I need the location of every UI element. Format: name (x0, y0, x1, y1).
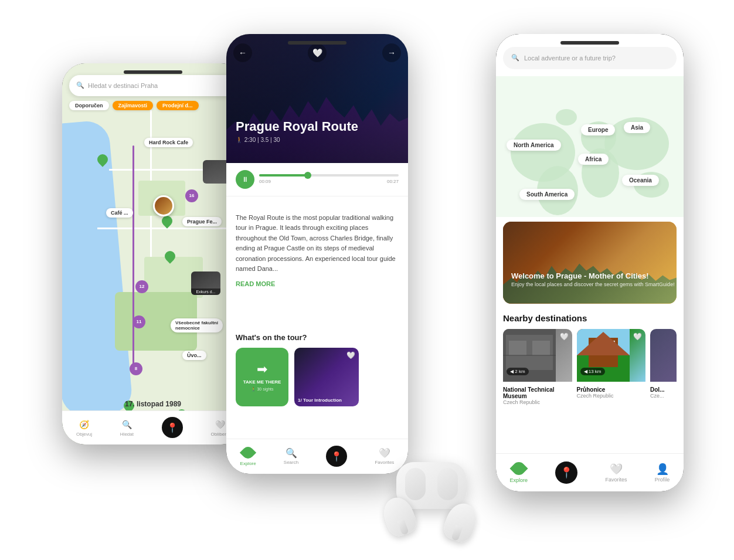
nearby-card-country-2: Czech Republic (577, 393, 646, 399)
chip-doporucen[interactable]: Doporučen (69, 101, 109, 110)
read-more-link[interactable]: READ MORE (236, 279, 399, 290)
tour-title: Prague Royal Route (236, 119, 399, 134)
exkurs-label: Exkurs d... (191, 289, 220, 295)
audio-player: ⏸ 00:09 00:27 (226, 163, 408, 196)
nav-map-center[interactable]: 📍 (162, 417, 183, 438)
nearby-card-info-2: Průhonice Czech Republic (577, 382, 646, 401)
nearby-card-1[interactable]: 🤍 ◀ 2 km National Technical Museum Czech… (503, 329, 572, 408)
nearby-card-country-1: Czech Republic (503, 399, 572, 405)
share-button[interactable]: → (382, 43, 401, 62)
pin-16[interactable]: 16 (185, 189, 198, 202)
right-nav-explore-label: Explore (510, 477, 528, 483)
nearby-card-3[interactable]: Dol... Cze... (650, 329, 677, 408)
label-nemocnice: Všeobecné fakultnínemocnice (171, 318, 223, 332)
map-pin-icon-right: 📍 (555, 461, 577, 484)
progress-bar-container[interactable]: 00:09 00:27 (259, 174, 399, 184)
welcome-text: Welcome to Prague - Mother of Cities! En… (511, 271, 675, 287)
scene: 16 12 11 8 Exkurs d... (45, 16, 689, 544)
airpod-left-stem (397, 519, 409, 535)
chip-prodejni[interactable]: Prodejní d... (157, 101, 199, 110)
heart-icon-nav: 🤍 (215, 419, 226, 430)
whats-on-title: What's on the tour? (236, 333, 408, 342)
airpods-left-slot (405, 468, 426, 500)
nearby-card-heart-2[interactable]: 🤍 (633, 332, 642, 341)
back-button[interactable]: ← (233, 43, 252, 62)
phone-right: 🔍 Local adventure or a future trip? (496, 34, 684, 491)
mid-nav-explore[interactable]: Explore (240, 447, 256, 466)
tour-hero: ← 🤍 → Prague Royal Route 🚶 2:30 | 3.5 | … (226, 34, 408, 163)
pin-11[interactable]: 11 (132, 315, 145, 328)
pin-8[interactable]: 8 (130, 362, 142, 375)
stop-heart-icon[interactable]: 🤍 (346, 351, 355, 359)
nearby-card-2[interactable]: 🤍 ◀ 13 km Průhonice Czech Republic (577, 329, 646, 408)
tour-title-area: Prague Royal Route 🚶 2:30 | 3.5 | 30 (236, 119, 399, 143)
welcome-title: Welcome to Prague - Mother of Cities! (511, 271, 675, 280)
chip-zajimavosti[interactable]: Zajímavosti (113, 101, 154, 110)
navigation-icon-2: ◀ (584, 369, 587, 374)
date-label: 17. listopad 1989 (62, 400, 244, 408)
current-time: 00:09 (259, 179, 271, 184)
phone-left: 16 12 11 8 Exkurs d... (62, 63, 244, 444)
right-nav-favorites-label: Favorites (606, 477, 627, 483)
progress-bar-fill (259, 174, 308, 177)
nav-objevuj[interactable]: 🧭 Objevuj (76, 419, 92, 437)
mid-nav-explore-label: Explore (240, 461, 256, 466)
region-asia[interactable]: Asia (624, 122, 650, 133)
map-chips: Doporučen Zajímavosti Prodejní d... (69, 101, 199, 110)
heart-button[interactable]: 🤍 (308, 43, 327, 62)
region-africa[interactable]: Africa (578, 154, 609, 165)
nearby-card-heart-1[interactable]: 🤍 (560, 332, 569, 341)
time-labels: 00:09 00:27 (259, 179, 399, 184)
nearby-card-info-3: Dol... Cze... (650, 382, 677, 401)
nav-hledat[interactable]: 🔍 Hledat (120, 419, 134, 437)
right-nav-profile[interactable]: 👤 Profile (655, 463, 670, 483)
right-nav-profile-label: Profile (655, 477, 670, 483)
compass-icon: 🧭 (78, 419, 90, 430)
region-europe[interactable]: Europe (581, 124, 615, 135)
nearby-card-info-1: National Technical Museum Czech Republic (503, 382, 572, 408)
nearby-cards: 🤍 ◀ 2 km National Technical Museum Czech… (503, 329, 677, 408)
mid-nav-search-label: Search (284, 460, 298, 465)
progress-dot (304, 172, 311, 179)
region-south-america[interactable]: South America (519, 189, 575, 200)
phone-mid: ← 🤍 → Prague Royal Route 🚶 2:30 | 3.5 | … (226, 34, 408, 474)
map-background: 16 12 11 8 Exkurs d... (62, 63, 244, 444)
welcome-banner: Welcome to Prague - Mother of Cities! En… (503, 222, 677, 304)
mid-nav-map[interactable]: 📍 (326, 446, 347, 467)
right-nav-map[interactable]: 📍 (555, 461, 577, 484)
region-oceania[interactable]: Oceania (622, 175, 659, 186)
region-north-america[interactable]: North America (507, 140, 561, 151)
leaf-icon-right (509, 459, 528, 477)
nav-label-objevuj: Objevuj (76, 432, 92, 437)
label-praguefer: Prague Fe... (182, 217, 222, 226)
nearby-card-distance-1: ◀ 2 km (507, 368, 529, 375)
map-search-bar[interactable]: 🔍 Hledat v destinaci Praha (69, 75, 237, 96)
take-me-there-button[interactable]: ➡ TAKE ME THERE 🚶 30 sights (236, 348, 288, 406)
navigation-icon: ➡ (257, 362, 267, 377)
stop-card-1[interactable]: 🤍 1/ Tour Introduction (294, 348, 359, 406)
airpods-container (385, 462, 478, 532)
right-bottom-nav: Explore 📍 🤍 Favorites 👤 Profile (496, 453, 684, 491)
pause-button[interactable]: ⏸ (236, 170, 254, 189)
label-cafe: Café ... (106, 208, 133, 218)
search-placeholder-right: Local adventure or a future trip? (524, 55, 616, 62)
nearby-card-name-1: National Technical Museum (503, 386, 572, 399)
progress-bar-bg (259, 174, 399, 177)
whats-on-section: What's on the tour? ➡ TAKE ME THERE 🚶 30… (236, 333, 408, 406)
total-time: 00:27 (387, 179, 399, 184)
tour-meta: 🚶 2:30 | 3.5 | 30 (236, 137, 399, 143)
mid-bottom-nav: Explore 🔍 Search 📍 🤍 Favorites (226, 439, 408, 474)
mid-nav-search[interactable]: 🔍 Search (284, 447, 298, 465)
explore-search-bar[interactable]: 🔍 Local adventure or a future trip? (503, 47, 677, 69)
stop-card-label: 1/ Tour Introduction (298, 398, 342, 403)
right-nav-explore[interactable]: Explore (510, 462, 528, 483)
right-nav-favorites[interactable]: 🤍 Favorites (606, 463, 627, 483)
airpods (385, 462, 478, 532)
person-icon-right: 👤 (656, 463, 669, 476)
walk-icon: 🚶 (236, 137, 243, 143)
label-uvo: Ůvo... (182, 351, 206, 360)
pin-12[interactable]: 12 (135, 280, 148, 293)
label-hardrock: Hard Rock Cafe (144, 138, 193, 147)
nearby-card-name-3: Dol... (650, 386, 677, 393)
audio-controls: ⏸ 00:09 00:27 (236, 170, 399, 189)
